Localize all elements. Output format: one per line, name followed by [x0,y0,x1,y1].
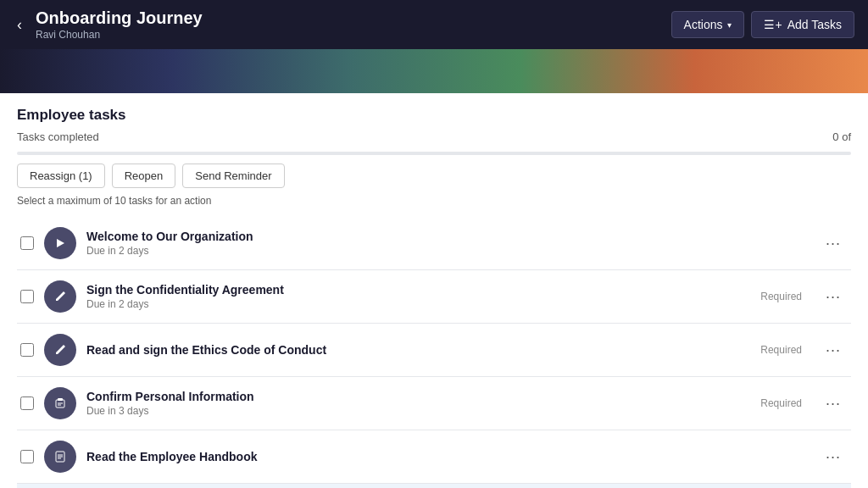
task-more-button[interactable]: ··· [819,338,848,363]
page-title: Onboarding Journey [36,8,203,28]
main-content: Employee tasks Tasks completed 0 of Reas… [0,93,868,488]
max-tasks-hint: Select a maximum of 10 tasks for an acti… [17,195,851,207]
progress-bar-container [17,152,851,155]
task-icon [44,387,76,419]
tasks-completed-row: Tasks completed 0 of [17,127,851,147]
add-icon: ☰+ [764,18,782,31]
task-info: Confirm Personal InformationDue in 3 day… [86,390,750,417]
reassign-button[interactable]: Reassign (1) [17,164,105,188]
task-checkbox[interactable] [20,450,34,463]
task-checkbox[interactable] [20,236,34,250]
add-tasks-button[interactable]: ☰+ Add Tasks [751,11,854,38]
task-more-button[interactable]: ··· [819,231,848,256]
task-checkbox[interactable] [20,290,34,303]
send-reminder-button[interactable]: Send Reminder [182,164,284,188]
task-info: Welcome to Our OrganizationDue in 2 days [86,230,792,257]
tasks-completed-label: Tasks completed [17,130,99,143]
task-checkbox[interactable] [20,343,34,357]
task-row: Read the Employee Handbook··· [17,430,851,484]
task-icon [44,280,76,313]
chevron-down-icon: ▾ [727,20,732,30]
task-required-label: Required [760,344,802,356]
task-info: Sign the Confidentiality AgreementDue in… [86,283,750,310]
task-icon [44,227,76,259]
add-tasks-label: Add Tasks [787,18,842,31]
task-name: Confirm Personal Information [86,390,750,403]
header: ‹ Onboarding Journey Ravi Chouhan Action… [0,0,868,49]
task-list: Welcome to Our OrganizationDue in 2 days… [17,217,851,488]
tasks-completed-value: 0 of [832,130,851,143]
section-title: Employee tasks [17,107,851,124]
task-checkbox[interactable] [20,396,34,410]
task-row: Sign the Confidentiality AgreementDue in… [17,270,851,324]
task-row: Read and sign the Ethics Code of Conduct… [17,324,851,377]
task-row: Confirm Personal InformationDue in 3 day… [17,377,851,430]
action-buttons: Reassign (1) Reopen Send Reminder [17,164,851,188]
actions-label: Actions [684,18,723,31]
actions-button[interactable]: Actions ▾ [671,11,745,38]
banner-strip [0,49,868,93]
task-name: Read the Employee Handbook [86,450,792,463]
task-icon [44,334,76,366]
header-actions: Actions ▾ ☰+ Add Tasks [671,11,854,38]
task-more-button[interactable]: ··· [819,391,848,416]
task-name: Sign the Confidentiality Agreement [86,283,750,297]
title-block: Onboarding Journey Ravi Chouhan [36,8,203,41]
task-info: Read the Employee Handbook [86,450,792,463]
task-icon [44,441,76,473]
page-subtitle: Ravi Chouhan [36,29,203,41]
task-more-button[interactable]: ··· [819,445,848,469]
back-button[interactable]: ‹ [14,13,25,37]
task-name: Welcome to Our Organization [86,230,792,243]
task-row: Review Campus Map and DirectionsDue in 3… [17,484,851,488]
task-more-button[interactable]: ··· [819,285,848,309]
task-name: Read and sign the Ethics Code of Conduct [86,343,750,357]
task-row: Welcome to Our OrganizationDue in 2 days… [17,217,851,270]
task-required-label: Required [760,397,802,409]
header-left: ‹ Onboarding Journey Ravi Chouhan [14,8,203,41]
task-due: Due in 3 days [86,405,750,417]
task-required-label: Required [760,291,802,302]
svg-marker-0 [57,239,64,247]
task-info: Read and sign the Ethics Code of Conduct [86,343,750,357]
reopen-button[interactable]: Reopen [112,164,176,188]
task-due: Due in 2 days [86,298,750,310]
task-due: Due in 2 days [86,245,792,257]
svg-rect-2 [58,398,63,401]
